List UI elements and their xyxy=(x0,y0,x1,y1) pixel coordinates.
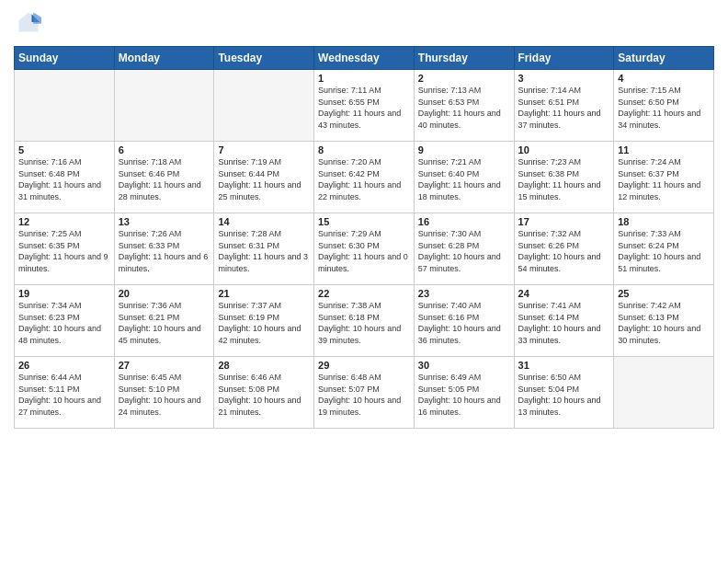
calendar-cell xyxy=(15,70,115,142)
header-cell-friday: Friday xyxy=(514,47,614,70)
day-number: 20 xyxy=(119,288,210,299)
calendar-cell: 8Sunrise: 7:20 AM Sunset: 6:42 PM Daylig… xyxy=(314,142,415,213)
day-number: 24 xyxy=(518,288,610,299)
calendar-cell: 9Sunrise: 7:21 AM Sunset: 6:40 PM Daylig… xyxy=(414,142,514,213)
day-number: 30 xyxy=(418,360,510,371)
calendar-cell: 10Sunrise: 7:23 AM Sunset: 6:38 PM Dayli… xyxy=(514,142,614,213)
day-number: 12 xyxy=(18,216,110,227)
calendar-cell: 31Sunrise: 6:50 AM Sunset: 5:04 PM Dayli… xyxy=(514,357,614,429)
day-number: 19 xyxy=(18,288,110,299)
calendar-cell xyxy=(214,70,314,142)
day-info: Sunrise: 7:34 AM Sunset: 6:23 PM Dayligh… xyxy=(18,300,110,346)
week-row-2: 5Sunrise: 7:16 AM Sunset: 6:48 PM Daylig… xyxy=(15,142,714,213)
calendar-cell: 13Sunrise: 7:26 AM Sunset: 6:33 PM Dayli… xyxy=(114,213,214,285)
day-info: Sunrise: 6:45 AM Sunset: 5:10 PM Dayligh… xyxy=(119,372,210,418)
calendar-cell: 24Sunrise: 7:41 AM Sunset: 6:14 PM Dayli… xyxy=(514,285,614,357)
header-cell-tuesday: Tuesday xyxy=(214,47,314,70)
header xyxy=(14,9,714,39)
day-number: 4 xyxy=(618,73,710,84)
calendar-cell: 4Sunrise: 7:15 AM Sunset: 6:50 PM Daylig… xyxy=(614,70,714,142)
day-info: Sunrise: 7:26 AM Sunset: 6:33 PM Dayligh… xyxy=(119,228,210,274)
day-info: Sunrise: 7:11 AM Sunset: 6:55 PM Dayligh… xyxy=(318,85,410,131)
header-cell-wednesday: Wednesday xyxy=(314,47,415,70)
calendar-cell: 15Sunrise: 7:29 AM Sunset: 6:30 PM Dayli… xyxy=(314,213,415,285)
day-number: 2 xyxy=(418,73,510,84)
calendar-cell: 12Sunrise: 7:25 AM Sunset: 6:35 PM Dayli… xyxy=(15,213,115,285)
day-info: Sunrise: 7:36 AM Sunset: 6:21 PM Dayligh… xyxy=(119,300,210,346)
day-number: 3 xyxy=(518,73,610,84)
calendar-cell: 28Sunrise: 6:46 AM Sunset: 5:08 PM Dayli… xyxy=(214,357,314,429)
header-cell-saturday: Saturday xyxy=(614,47,714,70)
day-number: 31 xyxy=(518,360,610,371)
week-row-5: 26Sunrise: 6:44 AM Sunset: 5:11 PM Dayli… xyxy=(15,357,714,429)
day-number: 14 xyxy=(218,216,310,227)
day-number: 22 xyxy=(318,288,410,299)
day-number: 7 xyxy=(218,144,310,155)
week-row-4: 19Sunrise: 7:34 AM Sunset: 6:23 PM Dayli… xyxy=(15,285,714,357)
day-number: 27 xyxy=(119,360,210,371)
header-cell-monday: Monday xyxy=(114,47,214,70)
day-number: 26 xyxy=(18,360,110,371)
logo xyxy=(14,9,41,39)
day-info: Sunrise: 7:33 AM Sunset: 6:24 PM Dayligh… xyxy=(618,228,710,274)
calendar-cell: 21Sunrise: 7:37 AM Sunset: 6:19 PM Dayli… xyxy=(214,285,314,357)
calendar-cell: 3Sunrise: 7:14 AM Sunset: 6:51 PM Daylig… xyxy=(514,70,614,142)
day-info: Sunrise: 7:41 AM Sunset: 6:14 PM Dayligh… xyxy=(518,300,610,346)
week-row-3: 12Sunrise: 7:25 AM Sunset: 6:35 PM Dayli… xyxy=(15,213,714,285)
day-info: Sunrise: 7:32 AM Sunset: 6:26 PM Dayligh… xyxy=(518,228,610,274)
day-info: Sunrise: 7:13 AM Sunset: 6:53 PM Dayligh… xyxy=(418,85,510,131)
day-info: Sunrise: 7:37 AM Sunset: 6:19 PM Dayligh… xyxy=(218,300,310,346)
day-number: 5 xyxy=(18,144,110,155)
calendar-cell: 7Sunrise: 7:19 AM Sunset: 6:44 PM Daylig… xyxy=(214,142,314,213)
day-number: 17 xyxy=(518,216,610,227)
header-cell-sunday: Sunday xyxy=(15,47,115,70)
day-info: Sunrise: 7:19 AM Sunset: 6:44 PM Dayligh… xyxy=(218,156,310,202)
day-number: 21 xyxy=(218,288,310,299)
day-number: 29 xyxy=(318,360,410,371)
page: SundayMondayTuesdayWednesdayThursdayFrid… xyxy=(0,0,728,563)
calendar-cell: 20Sunrise: 7:36 AM Sunset: 6:21 PM Dayli… xyxy=(114,285,214,357)
day-number: 6 xyxy=(119,144,210,155)
day-info: Sunrise: 7:28 AM Sunset: 6:31 PM Dayligh… xyxy=(218,228,310,274)
day-info: Sunrise: 7:25 AM Sunset: 6:35 PM Dayligh… xyxy=(18,228,110,274)
day-info: Sunrise: 7:16 AM Sunset: 6:48 PM Dayligh… xyxy=(18,156,110,202)
day-number: 23 xyxy=(418,288,510,299)
calendar-cell: 16Sunrise: 7:30 AM Sunset: 6:28 PM Dayli… xyxy=(414,213,514,285)
day-info: Sunrise: 7:18 AM Sunset: 6:46 PM Dayligh… xyxy=(119,156,210,202)
day-info: Sunrise: 7:40 AM Sunset: 6:16 PM Dayligh… xyxy=(418,300,510,346)
day-number: 28 xyxy=(218,360,310,371)
calendar-cell: 29Sunrise: 6:48 AM Sunset: 5:07 PM Dayli… xyxy=(314,357,415,429)
calendar-cell: 17Sunrise: 7:32 AM Sunset: 6:26 PM Dayli… xyxy=(514,213,614,285)
calendar-cell: 18Sunrise: 7:33 AM Sunset: 6:24 PM Dayli… xyxy=(614,213,714,285)
day-info: Sunrise: 7:21 AM Sunset: 6:40 PM Dayligh… xyxy=(418,156,510,202)
calendar-cell: 27Sunrise: 6:45 AM Sunset: 5:10 PM Dayli… xyxy=(114,357,214,429)
day-info: Sunrise: 6:46 AM Sunset: 5:08 PM Dayligh… xyxy=(218,372,310,418)
day-info: Sunrise: 6:44 AM Sunset: 5:11 PM Dayligh… xyxy=(18,372,110,418)
day-number: 15 xyxy=(318,216,410,227)
day-number: 11 xyxy=(618,144,710,155)
calendar-cell: 1Sunrise: 7:11 AM Sunset: 6:55 PM Daylig… xyxy=(314,70,415,142)
day-info: Sunrise: 7:29 AM Sunset: 6:30 PM Dayligh… xyxy=(318,228,410,274)
calendar-cell: 11Sunrise: 7:24 AM Sunset: 6:37 PM Dayli… xyxy=(614,142,714,213)
day-info: Sunrise: 7:42 AM Sunset: 6:13 PM Dayligh… xyxy=(618,300,710,346)
calendar-cell: 22Sunrise: 7:38 AM Sunset: 6:18 PM Dayli… xyxy=(314,285,415,357)
day-info: Sunrise: 7:23 AM Sunset: 6:38 PM Dayligh… xyxy=(518,156,610,202)
day-info: Sunrise: 6:48 AM Sunset: 5:07 PM Dayligh… xyxy=(318,372,410,418)
day-number: 9 xyxy=(418,144,510,155)
calendar-cell: 23Sunrise: 7:40 AM Sunset: 6:16 PM Dayli… xyxy=(414,285,514,357)
day-info: Sunrise: 7:15 AM Sunset: 6:50 PM Dayligh… xyxy=(618,85,710,131)
calendar-cell: 5Sunrise: 7:16 AM Sunset: 6:48 PM Daylig… xyxy=(15,142,115,213)
calendar-cell: 19Sunrise: 7:34 AM Sunset: 6:23 PM Dayli… xyxy=(15,285,115,357)
day-number: 18 xyxy=(618,216,710,227)
calendar-cell: 2Sunrise: 7:13 AM Sunset: 6:53 PM Daylig… xyxy=(414,70,514,142)
day-info: Sunrise: 7:38 AM Sunset: 6:18 PM Dayligh… xyxy=(318,300,410,346)
week-row-1: 1Sunrise: 7:11 AM Sunset: 6:55 PM Daylig… xyxy=(15,70,714,142)
day-number: 13 xyxy=(119,216,210,227)
header-row: SundayMondayTuesdayWednesdayThursdayFrid… xyxy=(15,47,714,70)
day-info: Sunrise: 7:14 AM Sunset: 6:51 PM Dayligh… xyxy=(518,85,610,131)
day-number: 8 xyxy=(318,144,410,155)
calendar-cell: 25Sunrise: 7:42 AM Sunset: 6:13 PM Dayli… xyxy=(614,285,714,357)
svg-marker-2 xyxy=(33,13,41,24)
calendar-cell xyxy=(114,70,214,142)
day-info: Sunrise: 7:20 AM Sunset: 6:42 PM Dayligh… xyxy=(318,156,410,202)
